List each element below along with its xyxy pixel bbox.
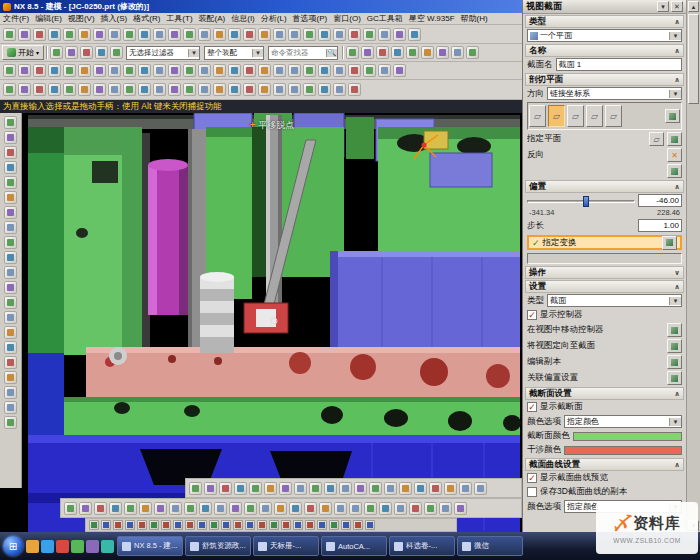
toolbar-icon[interactable]	[406, 46, 419, 59]
toolbar-icon[interactable]	[304, 502, 317, 515]
toolbar-icon[interactable]	[334, 502, 347, 515]
section-header-plane[interactable]: 剖切平面 ∧	[525, 73, 684, 86]
toolbar-icon[interactable]	[294, 482, 307, 495]
toolbar-icon[interactable]	[33, 64, 46, 77]
csys-manipulator-button[interactable]	[665, 109, 680, 123]
section-header-cap[interactable]: 截断面设置 ∧	[525, 387, 684, 400]
menu-item[interactable]: 首选项(P)	[290, 13, 331, 24]
toolbar-icon[interactable]	[384, 482, 397, 495]
toolbar-icon[interactable]	[4, 341, 17, 354]
toolbar-icon[interactable]	[339, 482, 352, 495]
toolbar-icon[interactable]	[353, 520, 363, 530]
toolbar-icon[interactable]	[273, 28, 286, 41]
toolbar-icon[interactable]	[149, 520, 159, 530]
orientation-dropdown[interactable]: 链接坐标系 ▾	[547, 87, 682, 100]
toolbar-icon[interactable]	[78, 28, 91, 41]
toolbar-icon[interactable]	[318, 64, 331, 77]
toolbar-icon[interactable]	[273, 83, 286, 96]
toolbar-icon[interactable]	[365, 520, 375, 530]
curve-preview-checkbox[interactable]: ✓	[527, 473, 537, 483]
toolbar-icon[interactable]	[414, 482, 427, 495]
toolbar-icon[interactable]	[249, 482, 262, 495]
toolbar-icon[interactable]	[93, 83, 106, 96]
toolbar-icon[interactable]	[110, 46, 123, 59]
section-header-settings[interactable]: 设置 ∧	[525, 280, 684, 293]
menu-item[interactable]: GC工具箱	[364, 13, 406, 24]
toolbar-icon[interactable]	[305, 520, 315, 530]
toolbar-icon[interactable]	[123, 64, 136, 77]
toolbar-icon[interactable]	[229, 502, 242, 515]
toolbar-icon[interactable]	[341, 520, 351, 530]
toolbar-icon[interactable]	[466, 46, 479, 59]
plane-option-button[interactable]: ▱	[586, 105, 603, 127]
toolbar-icon[interactable]	[274, 502, 287, 515]
specify-transform-step[interactable]: ✓ 指定变换	[527, 235, 682, 250]
toolbar-icon[interactable]	[363, 64, 376, 77]
task-button[interactable]: NX 8.5 - 建...	[117, 536, 183, 556]
toolbar-icon[interactable]	[324, 482, 337, 495]
transform-button[interactable]	[662, 236, 677, 250]
settings-action-button[interactable]	[667, 355, 682, 369]
reverse-direction-button[interactable]: ✕	[667, 148, 682, 162]
menu-item[interactable]: 信息(I)	[228, 13, 258, 24]
menu-item[interactable]: 装配(A)	[196, 13, 229, 24]
scrollbar-thumb[interactable]	[688, 14, 699, 104]
toolbar-icon[interactable]	[429, 482, 442, 495]
toolbar-icon[interactable]	[183, 83, 196, 96]
dialog-scrollbar[interactable]: ▲ ▼	[686, 0, 700, 532]
toolbar-icon[interactable]	[33, 83, 46, 96]
toolbar-icon[interactable]	[303, 64, 316, 77]
toolbar-icon[interactable]	[303, 28, 316, 41]
toolbar-icon[interactable]	[63, 28, 76, 41]
toolbar-icon[interactable]	[234, 482, 247, 495]
toolbar-icon[interactable]	[303, 83, 316, 96]
quick-launch-icon[interactable]	[56, 540, 69, 553]
toolbar-icon[interactable]	[95, 46, 108, 59]
toolbar-icon[interactable]	[309, 482, 322, 495]
toolbar-icon[interactable]	[198, 28, 211, 41]
toolbar-icon[interactable]	[378, 64, 391, 77]
toolbar-icon[interactable]	[245, 520, 255, 530]
toolbar-icon[interactable]	[183, 28, 196, 41]
toolbar-icon[interactable]	[48, 83, 61, 96]
section-header-type[interactable]: 类型 ∧	[525, 15, 684, 28]
toolbar-icon[interactable]	[124, 502, 137, 515]
plane-option-button[interactable]: ▱	[529, 105, 546, 127]
toolbar-icon[interactable]	[421, 46, 434, 59]
toolbar-icon[interactable]	[4, 266, 17, 279]
toolbar-icon[interactable]	[4, 176, 17, 189]
toolbar-icon[interactable]	[221, 520, 231, 530]
toolbar-icon[interactable]	[329, 520, 339, 530]
section-type-dropdown[interactable]: 一个平面 ▾	[527, 29, 682, 42]
toolbar-icon[interactable]	[185, 520, 195, 530]
toolbar-icon[interactable]	[213, 64, 226, 77]
section-header-curves[interactable]: 截面曲线设置 ∧	[525, 458, 684, 471]
toolbar-icon[interactable]	[4, 221, 17, 234]
toolbar-icon[interactable]	[318, 83, 331, 96]
toolbar-icon[interactable]	[233, 520, 243, 530]
toolbar-icon[interactable]	[189, 482, 202, 495]
toolbar-icon[interactable]	[113, 520, 123, 530]
toolbar-icon[interactable]	[183, 64, 196, 77]
toolbar-icon[interactable]	[63, 64, 76, 77]
toolbar-icon[interactable]	[369, 482, 382, 495]
section-header-name[interactable]: 名称 ∧	[525, 44, 684, 57]
toolbar-icon[interactable]	[154, 502, 167, 515]
toolbar-icon[interactable]	[209, 520, 219, 530]
toolbar-icon[interactable]	[349, 502, 362, 515]
toolbar-icon[interactable]	[4, 371, 17, 384]
toolbar-icon[interactable]	[376, 46, 389, 59]
toolbar-icon[interactable]	[4, 251, 17, 264]
toolbar-icon[interactable]	[153, 83, 166, 96]
toolbar-icon[interactable]	[361, 46, 374, 59]
toolbar-icon[interactable]	[228, 83, 241, 96]
toolbar-icon[interactable]	[439, 502, 452, 515]
toolbar-icon[interactable]	[317, 520, 327, 530]
toolbar-icon[interactable]	[33, 28, 46, 41]
menu-item[interactable]: 星空 W.935F	[406, 13, 458, 24]
command-finder-input[interactable]: 命令查找器 🔍	[268, 46, 338, 60]
plane-option-button[interactable]: ▱	[605, 105, 622, 127]
start-menu-button[interactable]: 开始 ▾	[2, 45, 44, 60]
toolbar-icon[interactable]	[4, 296, 17, 309]
selection-filter-combo[interactable]: 无选择过滤器 ▾	[126, 46, 200, 60]
